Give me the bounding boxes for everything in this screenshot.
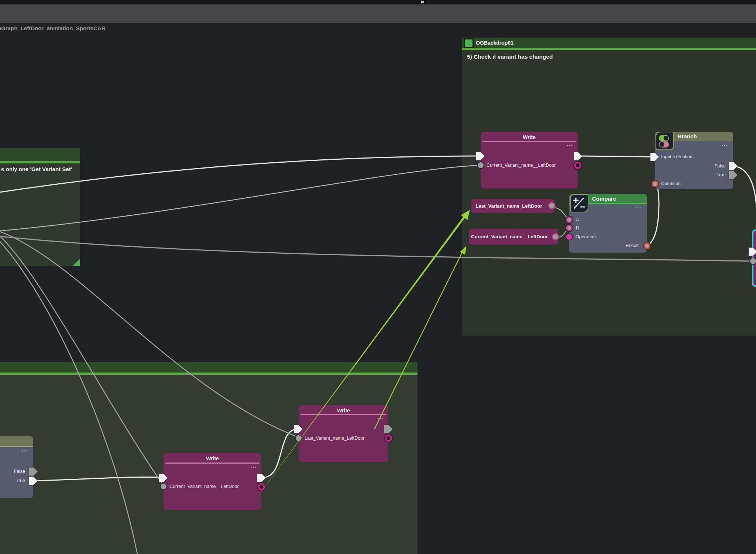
green-connection-arrow-thin[interactable]: [374, 246, 466, 429]
green-connection-arrow-thick[interactable]: [252, 210, 470, 505]
top-center-tick-icon[interactable]: [421, 1, 424, 3]
toolbar-strip: [0, 4, 756, 23]
node-graph-canvas[interactable]: s only one 'Get Variant Set' OGBackdrop0…: [0, 0, 756, 554]
graph-title: nGraph_LeftDoor_anmiation_SportsCAR: [0, 25, 106, 31]
window-top-strip: [0, 0, 756, 4]
